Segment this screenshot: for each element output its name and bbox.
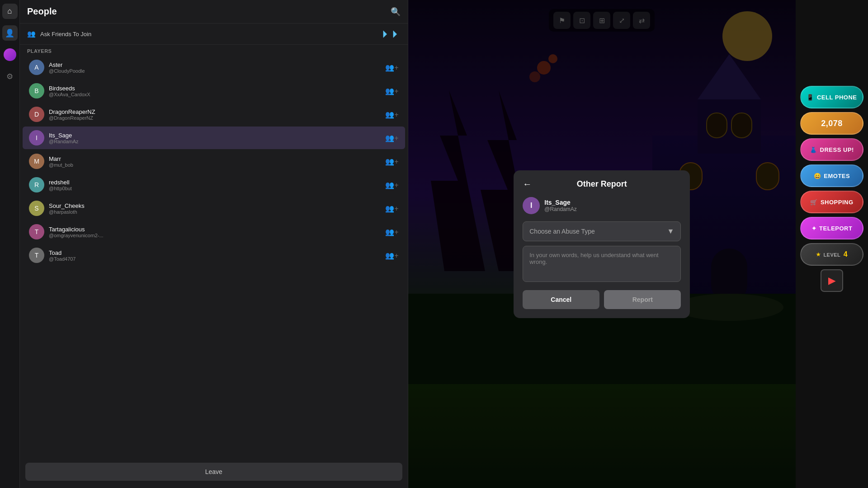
- level-button[interactable]: ★ LEVEL 4: [800, 243, 863, 266]
- avatar: S: [29, 201, 44, 216]
- table-row[interactable]: B Birdseeds @XxAva_CardoxX 👥+: [23, 80, 405, 102]
- youtube-icon: ▶: [828, 275, 835, 286]
- add-friend-icon[interactable]: 👥+: [385, 204, 398, 213]
- avatar: I: [29, 130, 44, 145]
- modal-overlay: ← Other Report I Its_Sage @RandamAz Choo…: [408, 0, 796, 488]
- modal-title: Other Report: [577, 179, 627, 189]
- add-friend-icon[interactable]: 👥+: [385, 110, 398, 119]
- abuse-type-dropdown[interactable]: Choose an Abuse Type ▼: [523, 221, 681, 241]
- emotes-button[interactable]: 😄 EMOTES: [800, 164, 863, 187]
- cell-phone-icon: 📱: [807, 94, 814, 101]
- sidebar-title: People: [27, 6, 57, 17]
- ask-friends-label: Ask Friends To Join: [40, 31, 91, 38]
- teleport-icon: ✦: [811, 225, 817, 232]
- youtube-button[interactable]: ▶: [821, 269, 843, 292]
- shopping-label: SHOPPING: [821, 199, 854, 206]
- search-icon[interactable]: 🔍: [391, 7, 401, 17]
- player-handle: @harpasloth: [49, 209, 85, 215]
- avatar: A: [29, 60, 44, 75]
- report-textarea[interactable]: [523, 246, 681, 282]
- abuse-type-placeholder: Choose an Abuse Type: [529, 228, 595, 235]
- cell-phone-label: CELL PHONE: [817, 94, 857, 101]
- player-name: Its_Sage: [49, 132, 79, 139]
- leave-button[interactable]: Leave: [25, 463, 402, 481]
- add-friend-icon[interactable]: 👥+: [385, 228, 398, 236]
- player-name: DragonReaperNZ: [49, 108, 95, 115]
- avatar: D: [29, 107, 44, 122]
- player-name: Toad: [49, 249, 76, 256]
- avatar: I: [523, 197, 540, 214]
- shopping-button[interactable]: 🛒 SHOPPING: [800, 191, 863, 213]
- player-handle: @omgrayvenunicorn2-...: [49, 233, 104, 238]
- right-panel: 📱 CELL PHONE 2,078 👗 DRESS UP! 😄 EMOTES …: [796, 0, 868, 488]
- avatar: R: [29, 177, 44, 192]
- modal-header: ← Other Report: [523, 179, 681, 189]
- avatar: M: [29, 154, 44, 169]
- ask-friends-row[interactable]: 👥 Ask Friends To Join ⏵⏵: [20, 23, 408, 45]
- player-handle: @Toad4707: [49, 256, 76, 262]
- player-handle: @XxAva_CardoxX: [49, 92, 90, 97]
- table-row[interactable]: T Toad @Toad4707 👥+: [23, 244, 405, 267]
- chevron-down-icon: ▼: [667, 227, 674, 235]
- avatar: B: [29, 83, 44, 99]
- add-friend-icon[interactable]: 👥+: [385, 181, 398, 189]
- player-name: Sour_Cheeks: [49, 202, 85, 209]
- nav-settings-icon[interactable]: ⚙: [2, 69, 18, 84]
- player-handle: @CloudyPoodle: [49, 68, 85, 74]
- table-row[interactable]: T Tartagalicious @omgrayvenunicorn2-... …: [23, 221, 405, 243]
- dress-up-label: DRESS UP!: [820, 146, 854, 153]
- ask-friends-user-icon: 👥: [27, 30, 36, 38]
- cancel-button[interactable]: Cancel: [523, 290, 599, 309]
- table-row[interactable]: A Aster @CloudyPoodle 👥+: [23, 56, 405, 79]
- avatar: T: [29, 248, 44, 263]
- modal-username: Its_Sage: [544, 199, 577, 206]
- sidebar-header: People 🔍: [20, 0, 408, 23]
- player-handle: @mut_bob: [49, 162, 73, 168]
- dress-up-icon: 👗: [810, 146, 817, 153]
- table-row[interactable]: I Its_Sage @RandamAz 👥+: [23, 127, 405, 149]
- table-row[interactable]: S Sour_Cheeks @harpasloth 👥+: [23, 197, 405, 220]
- table-row[interactable]: M Marr @mut_bob 👥+: [23, 150, 405, 173]
- player-handle: @RandamAz: [49, 139, 79, 144]
- player-name: Marr: [49, 155, 73, 162]
- players-list: A Aster @CloudyPoodle 👥+ B Birdseeds @Xx…: [20, 56, 408, 458]
- add-friend-icon[interactable]: 👥+: [385, 63, 398, 72]
- nav-avatar-icon[interactable]: [2, 47, 18, 62]
- cell-phone-button[interactable]: 📱 CELL PHONE: [800, 86, 863, 108]
- back-button[interactable]: ←: [523, 179, 532, 189]
- player-handle: @DragonReaperNZ: [49, 115, 95, 121]
- table-row[interactable]: D DragonReaperNZ @DragonReaperNZ 👥+: [23, 103, 405, 126]
- avatar: T: [29, 224, 44, 239]
- table-row[interactable]: R redshell @http0but 👥+: [23, 174, 405, 196]
- report-button[interactable]: Report: [604, 290, 681, 309]
- level-star-icon: ★: [816, 252, 821, 258]
- report-modal: ← Other Report I Its_Sage @RandamAz Choo…: [514, 170, 690, 318]
- nav-home-icon[interactable]: ⌂: [2, 4, 18, 19]
- modal-buttons: Cancel Report: [523, 290, 681, 309]
- add-friend-icon[interactable]: 👥+: [385, 134, 398, 142]
- nav-icon-strip: ⌂ 👤 ⚙: [0, 0, 20, 488]
- modal-handle: @RandamAz: [544, 206, 577, 212]
- players-section-label: PLAYERS: [20, 45, 408, 56]
- add-friend-icon[interactable]: 👥+: [385, 87, 398, 95]
- teleport-button[interactable]: ✦ TELEPORT: [800, 217, 863, 239]
- add-friend-icon[interactable]: 👥+: [385, 251, 398, 260]
- teleport-label: TELEPORT: [819, 225, 852, 232]
- currency-button[interactable]: 2,078: [800, 112, 863, 135]
- toggle-icon[interactable]: ⏵⏵: [381, 28, 401, 40]
- emotes-label: EMOTES: [824, 173, 850, 179]
- player-name: Birdseeds: [49, 85, 90, 92]
- nav-people-icon[interactable]: 👤: [2, 25, 18, 41]
- player-name: Tartagalicious: [49, 226, 104, 233]
- player-name: redshell: [49, 179, 72, 186]
- dress-up-button[interactable]: 👗 DRESS UP!: [800, 138, 863, 161]
- player-name: Aster: [49, 61, 85, 68]
- currency-label: 2,078: [821, 119, 843, 128]
- level-label: LEVEL 4: [823, 250, 848, 258]
- modal-user-row: I Its_Sage @RandamAz: [523, 197, 681, 214]
- player-handle: @http0but: [49, 186, 72, 191]
- add-friend-icon[interactable]: 👥+: [385, 157, 398, 166]
- shopping-icon: 🛒: [810, 199, 818, 206]
- emotes-icon: 😄: [814, 173, 821, 179]
